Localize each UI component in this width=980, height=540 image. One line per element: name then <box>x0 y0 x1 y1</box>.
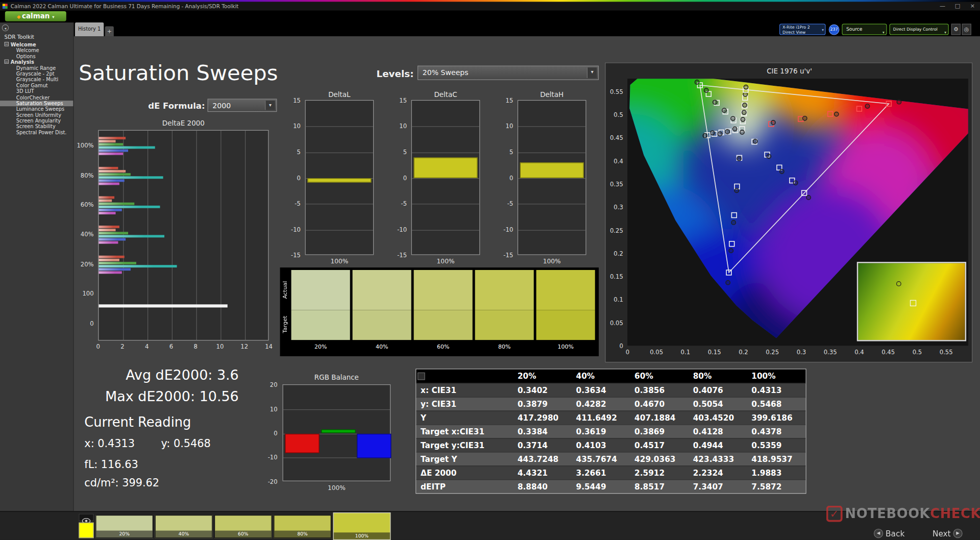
gridline <box>306 230 373 230</box>
deltal-y-axis: 151050-5-10-15 <box>285 100 303 255</box>
swatch-comparison-panel: Actual Target 20%40%60%80%100% <box>280 267 599 356</box>
axis-tick-label: -10 <box>391 226 407 233</box>
de-formula-select[interactable]: 2000▾ <box>208 99 277 112</box>
sidebar-item-colorchecker[interactable]: ColorChecker <box>0 95 73 101</box>
sidebar-item-saturation-sweeps[interactable]: Saturation Sweeps <box>0 101 73 106</box>
table-row: y: CIE310.38790.42820.46700.50540.5468 <box>416 397 806 411</box>
sidebar-item-grayscale-multi[interactable]: Grayscale - Multi <box>0 77 73 83</box>
axis-tick-label: 0.5 <box>909 349 926 355</box>
de-bar <box>99 256 124 258</box>
meter-select-button[interactable]: X-Rite i1Pro 2 Direct View ▾ <box>779 24 826 35</box>
table-cell: 0.3714 <box>513 439 572 452</box>
eye-icon[interactable] <box>79 514 93 522</box>
rgb-balance-x-label: 100% <box>282 484 390 491</box>
table-cell: 1.9883 <box>747 466 806 479</box>
table-row: x: CIE310.34020.36340.38560.40760.4313 <box>416 383 806 397</box>
close-icon[interactable]: × <box>966 2 978 11</box>
max-de2000: Max dE2000: 10.56 <box>74 386 238 408</box>
tree-expander-icon[interactable]: − <box>5 60 9 64</box>
bottom-swatch-100%[interactable]: 100% <box>333 512 391 540</box>
sidebar-item-label: 3D LUT <box>16 89 34 94</box>
levels-select[interactable]: 20% Sweeps▾ <box>418 66 599 80</box>
axis-tick-label: 0.5 <box>607 111 623 118</box>
swatch-label: 60% <box>414 343 473 350</box>
swatch-label: 100% <box>536 343 595 350</box>
de-bar <box>99 170 126 173</box>
axis-tick-label: -5 <box>498 200 513 207</box>
bottom-swatch-40%[interactable]: 40% <box>155 515 213 538</box>
de-bar <box>99 259 119 261</box>
current-fl: fL: 116.63 <box>84 458 138 471</box>
sidebar-item-grayscale-2pt[interactable]: Grayscale - 2pt <box>0 71 73 77</box>
axis-tick-label: 60% <box>74 201 93 208</box>
target-icon[interactable]: ◎ <box>962 24 971 35</box>
bottom-swatch-80%[interactable]: 80% <box>274 515 331 538</box>
gear-icon[interactable]: ⚙ <box>951 24 961 35</box>
panel-collapse-icon[interactable]: ◂ <box>2 24 9 31</box>
sidebar-item-3d-lut[interactable]: 3D LUT <box>0 89 73 94</box>
calman-menu-button[interactable]: ◆calman▾ <box>5 11 66 21</box>
target-swatch <box>414 310 473 340</box>
axis-tick-label: 0.55 <box>938 349 955 355</box>
swatch-label: 20% <box>291 343 350 350</box>
axis-tick-label: 0.35 <box>607 181 623 187</box>
table-cell: 0.3634 <box>572 384 630 397</box>
gridline <box>518 152 585 153</box>
sidebar-item-screen-angularity[interactable]: Screen Angularity <box>0 118 73 124</box>
next-button[interactable]: Next ▶ <box>933 527 963 538</box>
sidebar-item-luminance-sweeps[interactable]: Luminance Sweeps <box>0 107 73 112</box>
table-cell: 0.4670 <box>630 398 689 411</box>
bottom-swatch-60%[interactable]: 60% <box>214 515 272 538</box>
axis-tick-label: 0.15 <box>706 349 723 355</box>
add-tab-button[interactable]: + <box>105 26 114 36</box>
delta-bar <box>307 178 371 183</box>
target-swatch <box>353 310 411 340</box>
tab-history-1[interactable]: History 1 <box>75 22 104 36</box>
back-button[interactable]: ◀ Back <box>874 527 904 538</box>
sidebar-item-welcome[interactable]: Welcome <box>0 48 73 54</box>
sidebar-item-spectral-power-dist-[interactable]: Spectral Power Dist. <box>0 130 73 136</box>
sidebar-item-options[interactable]: Options <box>0 54 73 59</box>
de-bar <box>99 235 164 237</box>
sidebar-item-screen-uniformity[interactable]: Screen Uniformity <box>0 112 73 118</box>
title-bar: Calman 2022 Calman Ultimate for Business… <box>0 2 980 11</box>
current-xy: x: 0.4313 y: 0.5468 <box>84 437 211 449</box>
tree-expander-icon[interactable]: − <box>5 42 9 46</box>
watermark-text-1: NOTEBOOK <box>845 506 930 521</box>
sidebar-item-analysis[interactable]: −Analysis <box>0 60 73 65</box>
axis-tick-label: 4 <box>139 343 154 350</box>
table-row-label: ΔE 2000 <box>416 466 513 479</box>
table-cell: 407.1884 <box>630 411 689 425</box>
sidebar-item-welcome[interactable]: −Welcome <box>0 42 73 47</box>
axis-tick-label: 0.05 <box>648 349 665 355</box>
table-cell: 429.0363 <box>630 453 689 466</box>
sidebar-item-screen-stability[interactable]: Screen Stability <box>0 124 73 130</box>
current-patch-swatch[interactable] <box>79 523 93 538</box>
minimize-icon[interactable]: — <box>936 2 948 11</box>
bottom-swatch-20%[interactable]: 20% <box>95 515 153 538</box>
source-dropdown[interactable]: Source▾ <box>842 24 887 35</box>
axis-tick-label: 0.25 <box>607 227 623 233</box>
sidebar-item-dynamic-range[interactable]: Dynamic Range <box>0 65 73 71</box>
actual-swatch <box>291 270 350 310</box>
table-row: Target x:CIE310.33840.36190.38690.41280.… <box>416 424 806 438</box>
sidebar-item-label: Color Gamut <box>16 83 48 89</box>
table-cell: 411.6492 <box>572 411 630 425</box>
deltac-chart <box>411 100 480 255</box>
table-cell: 423.4333 <box>689 453 747 466</box>
maximize-icon[interactable]: □ <box>951 2 964 11</box>
table-cell: 417.2980 <box>513 411 572 425</box>
sidebar-item-color-gamut[interactable]: Color Gamut <box>0 83 73 89</box>
table-row: Target y:CIE310.37140.41030.45170.49440.… <box>416 438 806 452</box>
table-cell: 7.3407 <box>689 480 747 493</box>
target-point-icon <box>910 300 916 306</box>
table-cell: 0.4517 <box>630 439 689 452</box>
cie-y-axis: 00.050.10.150.20.250.30.350.40.450.50.55 <box>607 79 626 346</box>
measurement-table: 20%40%60%80%100% x: CIE310.34020.36340.3… <box>415 369 806 494</box>
display-control-dropdown[interactable]: Direct Display Control▾ <box>889 24 948 35</box>
watermark-text-2: CHECK <box>930 506 980 521</box>
notebookcheck-logo-icon: ✓ <box>826 506 843 522</box>
axis-tick-label: 10 <box>498 122 513 129</box>
table-cell: 0.3402 <box>513 384 572 397</box>
main-toolbar: ◆calman▾ <box>0 11 980 22</box>
